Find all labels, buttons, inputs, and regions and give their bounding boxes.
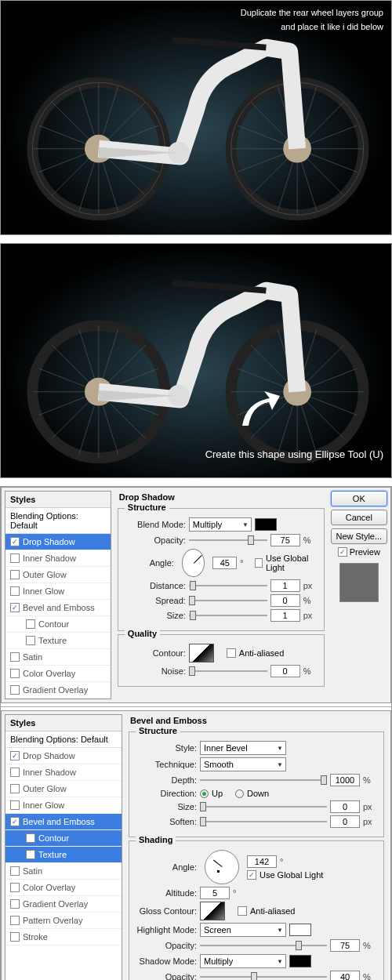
s-opacity-input[interactable]: 40 <box>330 971 360 980</box>
style-checkbox[interactable] <box>10 554 20 563</box>
use-global-light-label-2: Use Global Light <box>260 870 323 880</box>
size-input-2[interactable]: 0 <box>330 800 360 813</box>
angle-dial[interactable] <box>182 549 205 577</box>
blending-options-row[interactable]: Blending Options: Default <box>5 508 111 534</box>
style-item-outer-glow[interactable]: Outer Glow <box>5 781 122 797</box>
highlight-mode-select[interactable]: Screen <box>200 923 286 937</box>
style-checkbox[interactable] <box>26 636 35 645</box>
noise-slider[interactable] <box>189 665 267 677</box>
tutorial-image-1: Duplicate the rear wheel layers group an… <box>0 0 392 235</box>
style-checkbox[interactable] <box>10 652 20 662</box>
style-item-outer-glow[interactable]: Outer Glow <box>5 567 111 583</box>
style-checkbox[interactable] <box>10 899 20 909</box>
style-checkbox[interactable] <box>26 850 35 859</box>
shadow-color-swatch[interactable] <box>255 518 277 531</box>
angle-input[interactable]: 45 <box>212 557 237 569</box>
style-checkbox[interactable] <box>10 784 20 793</box>
style-item-contour[interactable]: Contour <box>5 616 111 633</box>
style-item-inner-shadow[interactable]: Inner Shadow <box>5 550 111 567</box>
style-checkbox[interactable] <box>26 833 35 843</box>
style-item-drop-shadow[interactable]: ✓Drop Shadow <box>5 748 122 764</box>
style-checkbox[interactable] <box>10 669 20 678</box>
anti-aliased-checkbox-2[interactable] <box>238 906 247 916</box>
blending-options-row-2[interactable]: Blending Options: Default <box>5 731 122 748</box>
use-global-light-checkbox-2[interactable]: ✓ <box>247 870 256 880</box>
style-item-label: Color Overlay <box>23 669 75 678</box>
technique-select[interactable]: Smooth <box>200 757 286 771</box>
style-item-drop-shadow[interactable]: ✓Drop Shadow <box>5 534 111 550</box>
depth-slider[interactable] <box>200 774 327 786</box>
style-item-label: Contour <box>38 833 69 843</box>
anti-aliased-label-2: Anti-aliased <box>250 906 295 916</box>
shadow-color-swatch-2[interactable] <box>289 955 311 967</box>
distance-slider[interactable] <box>189 579 267 592</box>
style-checkbox[interactable] <box>26 619 35 629</box>
style-checkbox[interactable] <box>10 768 20 777</box>
shadow-mode-select[interactable]: Multiply <box>200 954 286 968</box>
distance-input[interactable]: 1 <box>270 579 300 592</box>
gloss-contour-picker[interactable] <box>200 902 225 920</box>
style-item-bevel-and-emboss[interactable]: ✓Bevel and Emboss <box>5 814 122 830</box>
size-label: Size: <box>125 611 186 620</box>
style-checkbox[interactable] <box>10 570 20 579</box>
size-slider-2[interactable] <box>200 800 327 813</box>
s-opacity-slider[interactable] <box>200 971 327 980</box>
style-checkbox[interactable] <box>10 866 20 876</box>
highlight-mode-label: Highlight Mode: <box>136 925 197 935</box>
highlight-color-swatch[interactable] <box>289 924 311 936</box>
direction-down-radio[interactable] <box>235 789 244 798</box>
style-item-inner-glow[interactable]: Inner Glow <box>5 797 122 814</box>
style-item-label: Color Overlay <box>23 883 75 892</box>
angle-input-2[interactable]: 142 <box>247 855 277 868</box>
noise-input[interactable]: 0 <box>270 665 300 677</box>
preview-checkbox[interactable]: ✓ <box>338 547 347 557</box>
style-checkbox[interactable] <box>10 800 20 810</box>
style-item-gradient-overlay[interactable]: Gradient Overlay <box>5 896 122 913</box>
style-item-stroke[interactable]: Stroke <box>5 929 122 946</box>
blend-mode-select[interactable]: Multiply <box>189 517 252 532</box>
style-item-gradient-overlay[interactable]: Gradient Overlay <box>5 682 111 699</box>
soften-input[interactable]: 0 <box>330 815 360 828</box>
style-checkbox[interactable]: ✓ <box>10 817 20 826</box>
style-item-color-overlay[interactable]: Color Overlay <box>5 666 111 682</box>
spread-slider[interactable] <box>189 594 267 607</box>
anti-aliased-checkbox[interactable] <box>227 648 236 658</box>
contour-picker[interactable] <box>189 644 214 662</box>
style-item-pattern-overlay[interactable]: Pattern Overlay <box>5 913 122 929</box>
style-checkbox[interactable] <box>10 883 20 892</box>
style-checkbox[interactable]: ✓ <box>10 537 20 546</box>
spread-input[interactable]: 0 <box>270 594 300 607</box>
style-checkbox[interactable] <box>10 932 20 942</box>
h-opacity-slider[interactable] <box>200 939 327 952</box>
size-input[interactable]: 1 <box>270 609 300 622</box>
style-item-label: Satin <box>23 652 42 662</box>
style-item-color-overlay[interactable]: Color Overlay <box>5 880 122 896</box>
angle-dial-2[interactable] <box>205 850 239 884</box>
style-item-satin[interactable]: Satin <box>5 649 111 666</box>
style-item-contour[interactable]: Contour <box>5 830 122 847</box>
opacity-input[interactable]: 75 <box>270 534 300 546</box>
altitude-input[interactable]: 5 <box>200 887 230 899</box>
style-item-texture[interactable]: Texture <box>5 847 122 863</box>
style-select[interactable]: Inner Bevel <box>200 741 286 755</box>
direction-up-radio[interactable] <box>200 789 209 798</box>
cancel-button[interactable]: Cancel <box>331 510 387 525</box>
style-checkbox[interactable] <box>10 916 20 925</box>
style-item-texture[interactable]: Texture <box>5 633 111 649</box>
style-checkbox[interactable] <box>10 685 20 695</box>
style-item-bevel-and-emboss[interactable]: ✓Bevel and Emboss <box>5 600 111 616</box>
style-checkbox[interactable] <box>10 586 20 596</box>
style-checkbox[interactable]: ✓ <box>10 751 20 760</box>
h-opacity-input[interactable]: 75 <box>330 939 360 952</box>
opacity-slider[interactable] <box>189 534 267 546</box>
depth-input[interactable]: 1000 <box>330 774 360 786</box>
style-item-inner-shadow[interactable]: Inner Shadow <box>5 764 122 781</box>
style-item-inner-glow[interactable]: Inner Glow <box>5 583 111 600</box>
use-global-light-checkbox[interactable] <box>255 558 263 568</box>
style-checkbox[interactable]: ✓ <box>10 603 20 612</box>
ok-button[interactable]: OK <box>331 491 387 506</box>
size-slider[interactable] <box>189 609 267 622</box>
style-item-satin[interactable]: Satin <box>5 863 122 880</box>
soften-slider[interactable] <box>200 815 327 828</box>
new-style-button[interactable]: New Style... <box>331 528 387 544</box>
